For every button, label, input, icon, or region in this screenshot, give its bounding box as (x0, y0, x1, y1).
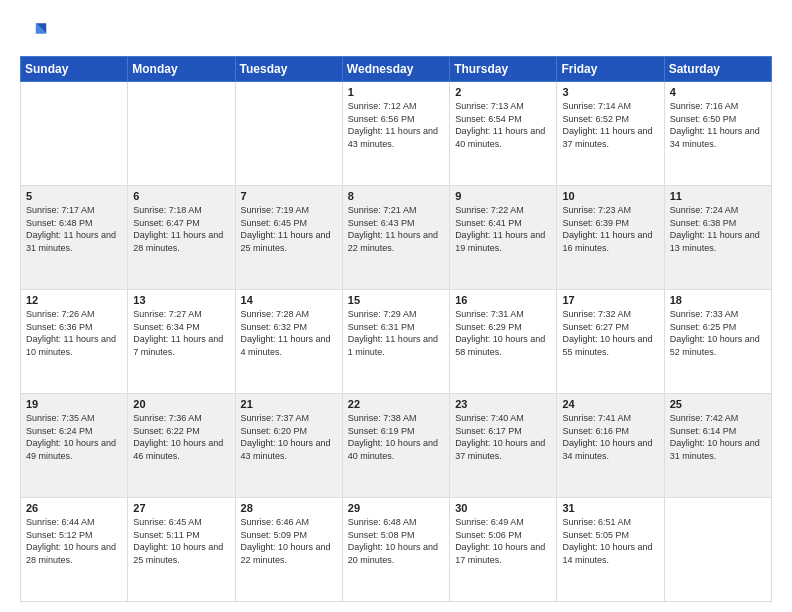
day-number: 8 (348, 190, 444, 202)
day-cell: 5Sunrise: 7:17 AM Sunset: 6:48 PM Daylig… (21, 186, 128, 290)
day-cell: 16Sunrise: 7:31 AM Sunset: 6:29 PM Dayli… (450, 290, 557, 394)
day-number: 25 (670, 398, 766, 410)
week-row-1: 1Sunrise: 7:12 AM Sunset: 6:56 PM Daylig… (21, 82, 772, 186)
day-info: Sunrise: 7:36 AM Sunset: 6:22 PM Dayligh… (133, 412, 229, 462)
day-number: 15 (348, 294, 444, 306)
day-number: 4 (670, 86, 766, 98)
day-header-friday: Friday (557, 57, 664, 82)
day-cell: 8Sunrise: 7:21 AM Sunset: 6:43 PM Daylig… (342, 186, 449, 290)
day-number: 14 (241, 294, 337, 306)
page: SundayMondayTuesdayWednesdayThursdayFrid… (0, 0, 792, 612)
calendar-table: SundayMondayTuesdayWednesdayThursdayFrid… (20, 56, 772, 602)
day-cell: 4Sunrise: 7:16 AM Sunset: 6:50 PM Daylig… (664, 82, 771, 186)
day-cell (664, 498, 771, 602)
day-number: 9 (455, 190, 551, 202)
day-info: Sunrise: 7:23 AM Sunset: 6:39 PM Dayligh… (562, 204, 658, 254)
day-cell: 19Sunrise: 7:35 AM Sunset: 6:24 PM Dayli… (21, 394, 128, 498)
week-row-3: 12Sunrise: 7:26 AM Sunset: 6:36 PM Dayli… (21, 290, 772, 394)
day-number: 27 (133, 502, 229, 514)
week-row-2: 5Sunrise: 7:17 AM Sunset: 6:48 PM Daylig… (21, 186, 772, 290)
day-info: Sunrise: 7:29 AM Sunset: 6:31 PM Dayligh… (348, 308, 444, 358)
day-number: 13 (133, 294, 229, 306)
day-info: Sunrise: 6:51 AM Sunset: 5:05 PM Dayligh… (562, 516, 658, 566)
day-cell: 24Sunrise: 7:41 AM Sunset: 6:16 PM Dayli… (557, 394, 664, 498)
day-number: 3 (562, 86, 658, 98)
day-info: Sunrise: 7:26 AM Sunset: 6:36 PM Dayligh… (26, 308, 122, 358)
day-cell (128, 82, 235, 186)
day-number: 17 (562, 294, 658, 306)
day-number: 11 (670, 190, 766, 202)
day-number: 22 (348, 398, 444, 410)
day-number: 21 (241, 398, 337, 410)
day-info: Sunrise: 6:49 AM Sunset: 5:06 PM Dayligh… (455, 516, 551, 566)
day-cell: 3Sunrise: 7:14 AM Sunset: 6:52 PM Daylig… (557, 82, 664, 186)
day-number: 20 (133, 398, 229, 410)
day-number: 2 (455, 86, 551, 98)
day-info: Sunrise: 7:14 AM Sunset: 6:52 PM Dayligh… (562, 100, 658, 150)
day-cell: 7Sunrise: 7:19 AM Sunset: 6:45 PM Daylig… (235, 186, 342, 290)
day-header-monday: Monday (128, 57, 235, 82)
day-number: 26 (26, 502, 122, 514)
day-header-thursday: Thursday (450, 57, 557, 82)
day-cell (235, 82, 342, 186)
week-row-5: 26Sunrise: 6:44 AM Sunset: 5:12 PM Dayli… (21, 498, 772, 602)
day-header-wednesday: Wednesday (342, 57, 449, 82)
day-cell: 6Sunrise: 7:18 AM Sunset: 6:47 PM Daylig… (128, 186, 235, 290)
day-headers-row: SundayMondayTuesdayWednesdayThursdayFrid… (21, 57, 772, 82)
day-info: Sunrise: 7:31 AM Sunset: 6:29 PM Dayligh… (455, 308, 551, 358)
day-number: 24 (562, 398, 658, 410)
day-cell: 15Sunrise: 7:29 AM Sunset: 6:31 PM Dayli… (342, 290, 449, 394)
day-number: 19 (26, 398, 122, 410)
day-info: Sunrise: 7:18 AM Sunset: 6:47 PM Dayligh… (133, 204, 229, 254)
day-info: Sunrise: 7:22 AM Sunset: 6:41 PM Dayligh… (455, 204, 551, 254)
day-cell: 13Sunrise: 7:27 AM Sunset: 6:34 PM Dayli… (128, 290, 235, 394)
day-number: 23 (455, 398, 551, 410)
week-row-4: 19Sunrise: 7:35 AM Sunset: 6:24 PM Dayli… (21, 394, 772, 498)
day-cell: 28Sunrise: 6:46 AM Sunset: 5:09 PM Dayli… (235, 498, 342, 602)
day-info: Sunrise: 6:45 AM Sunset: 5:11 PM Dayligh… (133, 516, 229, 566)
day-info: Sunrise: 7:17 AM Sunset: 6:48 PM Dayligh… (26, 204, 122, 254)
day-cell: 2Sunrise: 7:13 AM Sunset: 6:54 PM Daylig… (450, 82, 557, 186)
day-info: Sunrise: 7:21 AM Sunset: 6:43 PM Dayligh… (348, 204, 444, 254)
logo (20, 18, 52, 46)
day-cell: 18Sunrise: 7:33 AM Sunset: 6:25 PM Dayli… (664, 290, 771, 394)
day-header-tuesday: Tuesday (235, 57, 342, 82)
day-number: 12 (26, 294, 122, 306)
day-info: Sunrise: 7:37 AM Sunset: 6:20 PM Dayligh… (241, 412, 337, 462)
day-info: Sunrise: 7:28 AM Sunset: 6:32 PM Dayligh… (241, 308, 337, 358)
day-info: Sunrise: 7:24 AM Sunset: 6:38 PM Dayligh… (670, 204, 766, 254)
day-cell (21, 82, 128, 186)
day-cell: 11Sunrise: 7:24 AM Sunset: 6:38 PM Dayli… (664, 186, 771, 290)
day-info: Sunrise: 7:12 AM Sunset: 6:56 PM Dayligh… (348, 100, 444, 150)
day-cell: 12Sunrise: 7:26 AM Sunset: 6:36 PM Dayli… (21, 290, 128, 394)
day-number: 30 (455, 502, 551, 514)
day-header-saturday: Saturday (664, 57, 771, 82)
day-cell: 14Sunrise: 7:28 AM Sunset: 6:32 PM Dayli… (235, 290, 342, 394)
day-number: 28 (241, 502, 337, 514)
day-cell: 21Sunrise: 7:37 AM Sunset: 6:20 PM Dayli… (235, 394, 342, 498)
day-cell: 29Sunrise: 6:48 AM Sunset: 5:08 PM Dayli… (342, 498, 449, 602)
day-number: 5 (26, 190, 122, 202)
day-number: 31 (562, 502, 658, 514)
day-cell: 25Sunrise: 7:42 AM Sunset: 6:14 PM Dayli… (664, 394, 771, 498)
day-cell: 17Sunrise: 7:32 AM Sunset: 6:27 PM Dayli… (557, 290, 664, 394)
day-cell: 31Sunrise: 6:51 AM Sunset: 5:05 PM Dayli… (557, 498, 664, 602)
logo-icon (20, 18, 48, 46)
day-number: 10 (562, 190, 658, 202)
day-cell: 20Sunrise: 7:36 AM Sunset: 6:22 PM Dayli… (128, 394, 235, 498)
day-cell: 30Sunrise: 6:49 AM Sunset: 5:06 PM Dayli… (450, 498, 557, 602)
day-number: 7 (241, 190, 337, 202)
day-info: Sunrise: 7:40 AM Sunset: 6:17 PM Dayligh… (455, 412, 551, 462)
day-info: Sunrise: 7:27 AM Sunset: 6:34 PM Dayligh… (133, 308, 229, 358)
day-header-sunday: Sunday (21, 57, 128, 82)
day-info: Sunrise: 7:13 AM Sunset: 6:54 PM Dayligh… (455, 100, 551, 150)
day-cell: 27Sunrise: 6:45 AM Sunset: 5:11 PM Dayli… (128, 498, 235, 602)
day-info: Sunrise: 6:44 AM Sunset: 5:12 PM Dayligh… (26, 516, 122, 566)
day-cell: 26Sunrise: 6:44 AM Sunset: 5:12 PM Dayli… (21, 498, 128, 602)
day-cell: 10Sunrise: 7:23 AM Sunset: 6:39 PM Dayli… (557, 186, 664, 290)
day-cell: 9Sunrise: 7:22 AM Sunset: 6:41 PM Daylig… (450, 186, 557, 290)
day-number: 1 (348, 86, 444, 98)
day-info: Sunrise: 7:16 AM Sunset: 6:50 PM Dayligh… (670, 100, 766, 150)
day-info: Sunrise: 7:41 AM Sunset: 6:16 PM Dayligh… (562, 412, 658, 462)
day-cell: 23Sunrise: 7:40 AM Sunset: 6:17 PM Dayli… (450, 394, 557, 498)
